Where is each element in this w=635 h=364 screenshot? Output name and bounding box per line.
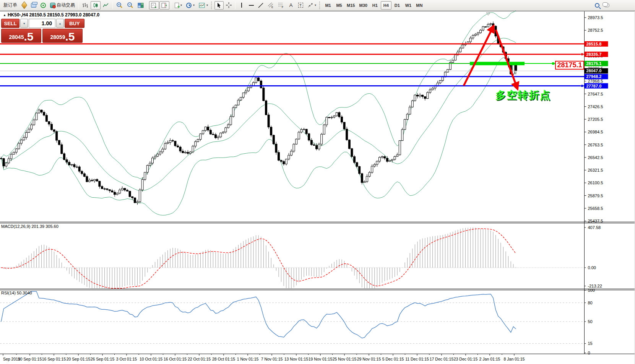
- zoom-in-icon: [116, 2, 123, 8]
- chevron-down-icon: ▾: [180, 3, 182, 7]
- autotrade-button[interactable]: 自动交易: [48, 1, 77, 10]
- channel-icon: E: [268, 2, 274, 8]
- svg-text:28335.7: 28335.7: [586, 52, 602, 57]
- svg-text:26542.5: 26542.5: [588, 155, 603, 160]
- sell-price-panel[interactable]: 28045 .5: [1, 29, 41, 43]
- timeframe-button-M1[interactable]: M1: [323, 1, 333, 10]
- chart-shift-button[interactable]: [159, 1, 169, 10]
- svg-text:0.00: 0.00: [588, 265, 596, 270]
- sell-price-big: .5: [24, 32, 33, 42]
- periods-button[interactable]: ▾: [184, 1, 197, 10]
- clock-icon: [186, 3, 192, 8]
- collapse-arrow-icon[interactable]: ▲: [3, 13, 6, 17]
- fibonacci-icon: F: [278, 2, 284, 8]
- arrows-icon: [307, 3, 313, 8]
- svg-text:50: 50: [588, 319, 593, 324]
- search-icon: [595, 3, 599, 8]
- toolbar-separator: [147, 2, 148, 9]
- svg-text:26984.5: 26984.5: [588, 130, 603, 134]
- new-order-label: 新订单: [3, 2, 17, 8]
- time-axis-label: 20 Sep 01:15: [67, 357, 91, 361]
- time-axis-label: 16 Oct 01:15: [164, 357, 187, 361]
- svg-text:25879.5: 25879.5: [588, 193, 603, 198]
- arrows-tool[interactable]: ▾: [305, 1, 318, 10]
- chart-ohlc-title: ▲ HK50-,H4 28150.5 28150.5 27993.0 28047…: [3, 12, 99, 18]
- timeframe-button-M30[interactable]: M30: [357, 1, 369, 10]
- chart-window[interactable]: 28973.528752.528531.528310.528089.527868…: [0, 11, 635, 364]
- cursor-button[interactable]: [214, 1, 224, 10]
- toolbar-separator: [171, 2, 171, 9]
- new-order-button[interactable]: 新订单: [2, 1, 19, 10]
- svg-text:27647.5: 27647.5: [588, 92, 603, 96]
- search-button[interactable]: [593, 1, 602, 10]
- time-axis-label: 26 Sep 01:15: [91, 357, 115, 361]
- chat-icon: [604, 3, 609, 7]
- equidistant-channel-tool[interactable]: E: [266, 1, 276, 10]
- sell-price-main: 28045: [9, 34, 24, 41]
- toolbar-separator: [112, 2, 113, 9]
- chart-canvas[interactable]: 28973.528752.528531.528310.528089.527868…: [0, 11, 635, 364]
- line-chart-icon: [103, 3, 109, 8]
- autotrade-label: 自动交易: [57, 2, 75, 8]
- crosshair-button[interactable]: [224, 1, 234, 10]
- horizontal-line-icon: [249, 5, 254, 6]
- zoom-out-button[interactable]: [125, 1, 135, 10]
- timeframe-button-H1[interactable]: H1: [370, 1, 380, 10]
- sell-button[interactable]: SELL: [1, 19, 19, 28]
- text-tool[interactable]: A: [286, 1, 296, 10]
- svg-text:27868.5: 27868.5: [588, 79, 603, 83]
- profiles-button[interactable]: [29, 1, 38, 10]
- svg-text:28752.5: 28752.5: [588, 28, 603, 32]
- volume-input[interactable]: [29, 19, 55, 28]
- svg-text:27205.5: 27205.5: [588, 117, 603, 122]
- indicators-button[interactable]: ▾: [173, 1, 184, 10]
- candlestick-chart-icon: [93, 3, 99, 8]
- timeframe-button-D1[interactable]: D1: [392, 1, 403, 10]
- time-axis-label: 22 Oct 01:15: [188, 357, 211, 361]
- template-icon: [199, 3, 205, 8]
- new-chart-icon: [21, 1, 27, 9]
- tile-windows-icon: [138, 3, 144, 8]
- autotrade-icon: [50, 3, 55, 8]
- timeframe-button-M15[interactable]: M15: [345, 1, 357, 10]
- auto-scroll-button[interactable]: [149, 1, 159, 10]
- horizontal-line-tool[interactable]: [247, 1, 256, 10]
- svg-text:28175.1: 28175.1: [586, 61, 602, 66]
- bar-chart-button[interactable]: [80, 1, 90, 10]
- timeframe-button-H4[interactable]: H4: [381, 1, 391, 10]
- trendline-tool[interactable]: [256, 1, 265, 10]
- toolbar-drag-handle[interactable]: [319, 2, 321, 9]
- templates-button[interactable]: ▾: [197, 1, 210, 10]
- timeframe-button-MN[interactable]: MN: [414, 1, 425, 10]
- cursor-icon: [217, 2, 221, 8]
- price-tag-28175[interactable]: 28175.1: [555, 61, 584, 70]
- vertical-line-tool[interactable]: [237, 1, 246, 10]
- candlestick-chart-button[interactable]: [91, 1, 101, 10]
- timeframe-button-W1[interactable]: W1: [403, 1, 414, 10]
- zoom-in-button[interactable]: [114, 1, 125, 10]
- buy-price-panel[interactable]: 28059 .5: [42, 29, 83, 43]
- indicators-icon: [175, 3, 179, 8]
- line-chart-button[interactable]: [101, 1, 111, 10]
- vertical-line-icon: [241, 3, 242, 8]
- volume-decrease-button[interactable]: ▼: [20, 19, 28, 28]
- time-axis-label: 19 Nov 01:15: [309, 357, 333, 361]
- buy-button[interactable]: BUY: [65, 19, 84, 28]
- tile-windows-button[interactable]: [136, 1, 146, 10]
- text-tool-icon: A: [289, 2, 293, 8]
- toolbar-separator: [235, 2, 235, 9]
- text-label-tool[interactable]: T: [296, 1, 305, 10]
- signals-button[interactable]: [39, 1, 48, 10]
- fibonacci-tool[interactable]: F: [276, 1, 286, 10]
- new-chart-button[interactable]: [19, 1, 29, 10]
- community-chat-button[interactable]: [602, 1, 611, 10]
- svg-text:26321.5: 26321.5: [588, 168, 603, 172]
- one-click-trading-panel: SELL ▼ ▲ BUY 28045 .5 28059 .5: [1, 19, 84, 43]
- timeframe-button-M5[interactable]: M5: [334, 1, 344, 10]
- buy-price-big: .5: [65, 32, 75, 42]
- toolbar-drag-handle[interactable]: [211, 2, 213, 9]
- time-axis-label: 25 Nov 01:15: [333, 357, 357, 361]
- volume-increase-button[interactable]: ▲: [56, 19, 64, 28]
- buy-price-main: 28059: [50, 34, 65, 41]
- main-toolbar: 新订单 自动交易 ▾ ▾ ▾ E F A T ▾ M: [0, 0, 635, 11]
